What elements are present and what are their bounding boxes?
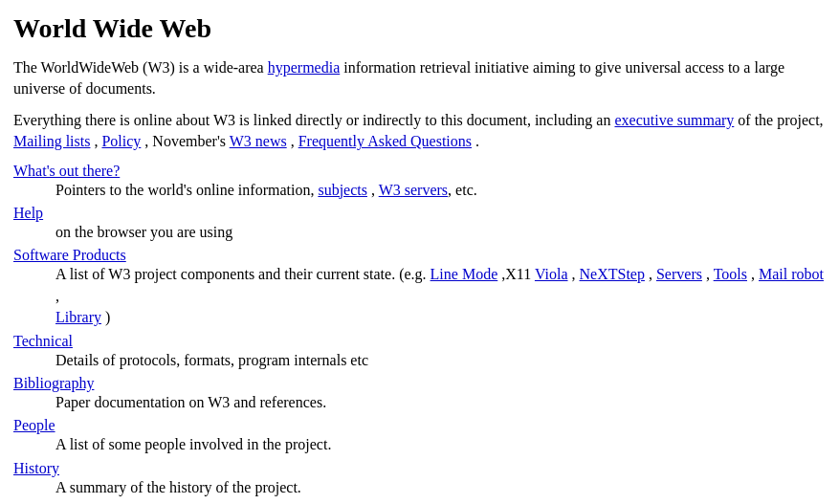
intro-text-2-mid: of the project, — [734, 112, 823, 128]
intro-paragraph-1: The WorldWideWeb (W3) is a wide-area hyp… — [13, 57, 826, 100]
hypermedia-link[interactable]: hypermedia — [268, 59, 341, 76]
section-bibliography: Bibliography Paper documentation on W3 a… — [13, 375, 826, 413]
people-desc: A list of some people involved in the pr… — [13, 434, 826, 455]
faq-link[interactable]: Frequently Asked Questions — [298, 133, 472, 149]
viola-link[interactable]: Viola — [535, 266, 568, 282]
tools-link[interactable]: Tools — [714, 266, 747, 282]
servers-link[interactable]: Servers — [656, 266, 702, 282]
nextstep-link[interactable]: NeXTStep — [580, 266, 645, 282]
bibliography-link[interactable]: Bibliography — [13, 375, 826, 392]
section-help: Help on the browser you are using — [13, 205, 826, 243]
technical-link[interactable]: Technical — [13, 333, 826, 350]
whats-out-there-link[interactable]: What's out there? — [13, 163, 826, 180]
help-desc: on the browser you are using — [13, 222, 826, 243]
line-mode-link[interactable]: Line Mode — [431, 266, 498, 282]
page-title: World Wide Web — [13, 13, 826, 44]
intro-text-1: The WorldWideWeb (W3) is a wide-area — [13, 59, 268, 76]
software-products-link[interactable]: Software Products — [13, 247, 826, 264]
technical-desc: Details of protocols, formats, program i… — [13, 350, 826, 371]
intro-paragraph-2: Everything there is online about W3 is l… — [13, 110, 826, 153]
whats-out-there-desc: Pointers to the world's online informati… — [13, 180, 826, 201]
mailing-lists-link[interactable]: Mailing lists — [13, 133, 90, 149]
history-desc: A summary of the history of the project. — [13, 477, 826, 498]
help-link[interactable]: Help — [13, 205, 826, 222]
section-history: History A summary of the history of the … — [13, 460, 826, 498]
w3servers-link[interactable]: W3 servers — [379, 182, 448, 198]
section-technical: Technical Details of protocols, formats,… — [13, 333, 826, 371]
executive-summary-link[interactable]: executive summary — [614, 112, 734, 128]
w3news-link[interactable]: W3 news — [230, 133, 287, 149]
subjects-link[interactable]: subjects — [318, 182, 367, 198]
history-link[interactable]: History — [13, 460, 826, 477]
section-software-products: Software Products A list of W3 project c… — [13, 247, 826, 328]
section-whats-out-there: What's out there? Pointers to the world'… — [13, 163, 826, 201]
library-link[interactable]: Library — [55, 309, 101, 325]
people-link[interactable]: People — [13, 417, 826, 434]
policy-link[interactable]: Policy — [101, 133, 141, 149]
intro-text-2: Everything there is online about W3 is l… — [13, 112, 614, 128]
section-people: People A list of some people involved in… — [13, 417, 826, 455]
software-products-desc: A list of W3 project components and thei… — [13, 264, 826, 328]
mail-robot-link[interactable]: Mail robot — [759, 266, 824, 282]
bibliography-desc: Paper documentation on W3 and references… — [13, 392, 826, 413]
